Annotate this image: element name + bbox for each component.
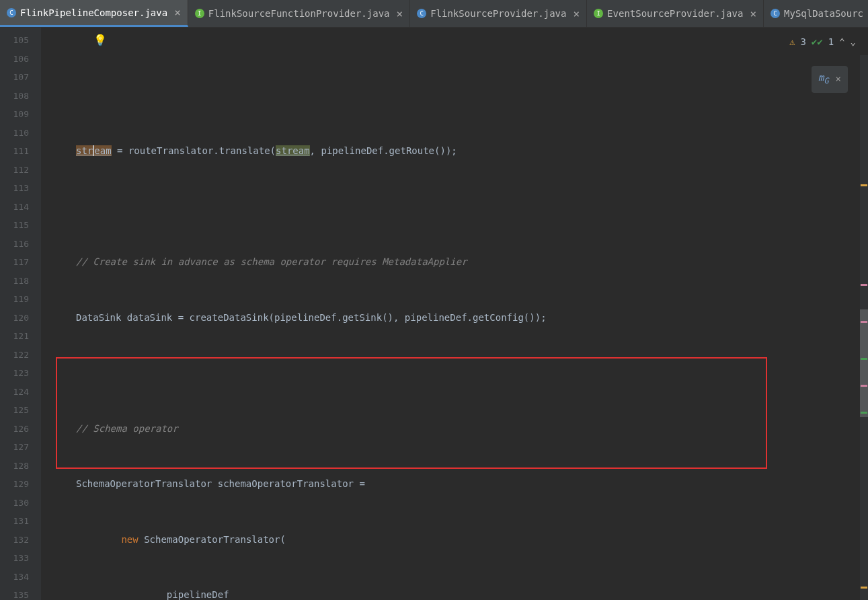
tab-label: FlinkPipelineComposer.java — [20, 7, 167, 18]
line-number: 129 — [0, 475, 29, 494]
interface-icon: I — [195, 9, 204, 18]
interface-icon: I — [594, 9, 603, 18]
tab-flinksourceprovider[interactable]: C FlinkSourceProvider.java × — [410, 0, 587, 27]
line-number: 105 — [0, 31, 29, 50]
intention-bulb-icon[interactable]: 💡 — [93, 31, 107, 50]
line-number: 114 — [0, 198, 29, 217]
line-number: 123 — [0, 364, 29, 383]
warning-count: 3 — [800, 33, 805, 52]
line-number: 109 — [0, 105, 29, 124]
code-line: new SchemaOperatorTranslator( — [76, 531, 868, 550]
line-number: 111 — [0, 142, 29, 161]
close-icon[interactable]: × — [836, 70, 841, 89]
close-icon[interactable]: × — [174, 6, 181, 19]
error-stripe[interactable] — [860, 55, 868, 600]
close-icon[interactable]: × — [750, 7, 756, 20]
line-number: 125 — [0, 401, 29, 420]
close-icon[interactable]: × — [573, 7, 580, 20]
code-line: DataSink dataSink = createDataSink(pipel… — [76, 309, 868, 328]
line-number: 120 — [0, 309, 29, 328]
line-number: 126 — [0, 420, 29, 439]
tab-eventsourceprovider[interactable]: I EventSourceProvider.java × — [587, 0, 764, 27]
line-number: 122 — [0, 346, 29, 365]
tab-flinksourcefunctionprovider[interactable]: I FlinkSourceFunctionProvider.java × — [188, 0, 410, 27]
line-number: 121 — [0, 327, 29, 346]
line-number: 116 — [0, 235, 29, 254]
scrollbar-thumb[interactable] — [860, 309, 868, 417]
line-number: 112 — [0, 161, 29, 180]
tab-label: FlinkSourceProvider.java — [430, 8, 566, 19]
arrow-down-icon[interactable]: ⌄ — [851, 33, 856, 52]
line-number: 127 — [0, 438, 29, 457]
editor-tabs: C FlinkPipelineComposer.java × I FlinkSo… — [0, 0, 868, 28]
arrow-up-icon[interactable]: ⌃ — [839, 33, 844, 52]
code-line: // Schema operator — [76, 420, 868, 439]
class-icon: C — [417, 9, 426, 18]
line-number: 133 — [0, 549, 29, 568]
line-number: 115 — [0, 216, 29, 235]
code-line: stream = routeTranslator.translate(strea… — [76, 142, 868, 161]
class-icon: C — [7, 8, 16, 17]
editor-area: 1051061071081091101111121131141151161171… — [0, 28, 868, 600]
close-icon[interactable]: × — [397, 7, 403, 20]
typo-icon: ✔✔ — [812, 33, 823, 52]
line-number: 135 — [0, 586, 29, 600]
line-gutter: 1051061071081091101111121131141151161171… — [0, 28, 41, 600]
line-number: 106 — [0, 50, 29, 69]
widget-label: mG — [818, 69, 828, 90]
line-number: 134 — [0, 568, 29, 587]
line-number: 128 — [0, 457, 29, 476]
line-number: 118 — [0, 272, 29, 291]
line-number: 131 — [0, 512, 29, 531]
inspection-widget[interactable]: ⚠ 3 ✔✔ 1 ⌃ ⌄ — [787, 32, 859, 53]
line-number: 107 — [0, 68, 29, 87]
code-line: pipelineDef — [76, 586, 868, 600]
line-number: 119 — [0, 290, 29, 309]
warning-icon: ⚠ — [789, 33, 795, 52]
line-number: 117 — [0, 253, 29, 272]
tab-label: EventSourceProvider.java — [607, 8, 743, 19]
check-count: 1 — [828, 33, 834, 52]
line-number: 108 — [0, 87, 29, 106]
tab-flinkpipelinecomposer[interactable]: C FlinkPipelineComposer.java × — [0, 0, 188, 27]
tab-mysqldatasource[interactable]: C MySqlDataSourc — [764, 0, 868, 27]
code-line: // Create sink in advance as schema oper… — [76, 253, 868, 272]
floating-tool-widget[interactable]: mG × — [812, 66, 848, 93]
code-line — [76, 198, 868, 217]
code-line: SchemaOperatorTranslator schemaOperatorT… — [76, 475, 868, 494]
tab-label: FlinkSourceFunctionProvider.java — [208, 8, 390, 19]
line-number: 130 — [0, 494, 29, 513]
line-number: 124 — [0, 383, 29, 402]
line-number: 132 — [0, 531, 29, 550]
tab-label: MySqlDataSourc — [784, 8, 863, 19]
class-icon: C — [771, 9, 780, 18]
code-content[interactable]: 💡 ⚠ 3 ✔✔ 1 ⌃ ⌄ mG × stream = routeTransl… — [41, 28, 868, 600]
line-number: 110 — [0, 124, 29, 143]
line-number: 113 — [0, 179, 29, 198]
code-line — [76, 364, 868, 383]
